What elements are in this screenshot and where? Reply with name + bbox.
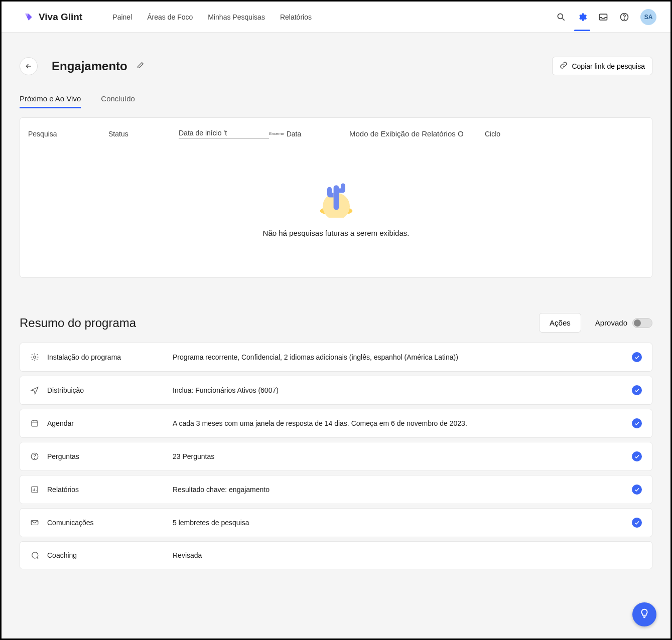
row-coaching[interactable]: Coaching Revisada — [20, 541, 652, 569]
check-icon — [632, 352, 642, 362]
empty-state-text: Não há pesquisas futuras a serem exibida… — [263, 229, 410, 237]
row-comunicacoes-label: Comunicações — [47, 519, 173, 527]
row-comunicacoes-desc: 5 lembretes de pesquisa — [173, 519, 632, 527]
surveys-card: Pesquisa Status Data de início 't Encerr… — [20, 117, 652, 278]
send-icon — [30, 386, 47, 395]
check-icon — [632, 485, 642, 495]
approved-label: Aprovado — [595, 318, 627, 327]
row-instalacao-desc: Programa recorrente, Confidencial, 2 idi… — [173, 353, 632, 361]
svg-point-0 — [558, 14, 563, 19]
survey-tabs: Próximo e Ao Vivo Concluído — [20, 90, 652, 108]
brand-logo-icon — [24, 12, 34, 22]
svg-rect-9 — [32, 421, 38, 426]
mail-icon — [30, 518, 47, 527]
row-coaching-desc: Revisada — [173, 551, 642, 559]
row-instalacao[interactable]: Instalação do programa Programa recorren… — [20, 343, 652, 372]
svg-point-8 — [34, 356, 36, 359]
help-icon[interactable] — [619, 12, 629, 22]
row-agendar-label: Agendar — [47, 419, 173, 427]
row-coaching-label: Coaching — [47, 551, 173, 559]
copy-link-label: Copiar link de pesquisa — [572, 62, 645, 70]
svg-point-14 — [34, 458, 35, 458]
col-modo[interactable]: Modo de Exibição de Relatórios O — [349, 129, 485, 138]
row-relatorios-desc: Resultado chave: engajamento — [173, 486, 632, 494]
col-status[interactable]: Status — [108, 130, 179, 138]
svg-rect-7 — [333, 185, 339, 210]
col-data-label: Data — [287, 130, 302, 138]
tab-upcoming[interactable]: Próximo e Ao Vivo — [20, 90, 81, 108]
col-ciclo[interactable]: Ciclo — [485, 130, 530, 138]
col-pesquisa[interactable]: Pesquisa — [28, 130, 108, 138]
col-data-inicio[interactable]: Data de início 't — [179, 129, 269, 138]
cactus-illustration-icon — [314, 173, 359, 220]
col-data[interactable]: Encerrar Data — [269, 130, 349, 138]
check-icon — [632, 451, 642, 461]
page-title: Engajamento — [47, 59, 127, 73]
approved-toggle[interactable] — [632, 318, 652, 328]
brand[interactable]: Viva Glint — [24, 12, 82, 23]
row-perguntas-desc: 23 Perguntas — [173, 452, 632, 460]
summary-title: Resumo do programa — [20, 316, 136, 330]
svg-line-1 — [563, 18, 565, 20]
row-agendar[interactable]: Agendar A cada 3 meses com uma janela de… — [20, 409, 652, 438]
empty-state: Não há pesquisas futuras a serem exibida… — [20, 147, 652, 277]
header-right: SA — [556, 9, 656, 25]
actions-button[interactable]: Ações — [539, 313, 581, 333]
user-avatar[interactable]: SA — [640, 9, 656, 25]
row-relatorios-label: Relatórios — [47, 486, 173, 494]
row-instalacao-label: Instalação do programa — [47, 353, 173, 361]
app-header: Viva Glint Painel Áreas de Foco Minhas P… — [2, 2, 670, 33]
tab-completed[interactable]: Concluído — [101, 90, 135, 108]
back-button[interactable] — [20, 57, 38, 75]
row-agendar-desc: A cada 3 meses com uma janela de respost… — [173, 419, 632, 427]
nav-minhas-pesquisas[interactable]: Minhas Pesquisas — [208, 13, 265, 21]
copy-link-button[interactable]: Copiar link de pesquisa — [552, 57, 652, 75]
col-data-tiny: Encerrar — [269, 131, 285, 136]
brand-name: Viva Glint — [39, 12, 82, 23]
row-comunicacoes[interactable]: Comunicações 5 lembretes de pesquisa — [20, 508, 652, 537]
check-icon — [632, 518, 642, 528]
page-body: Engajamento Copiar link de pesquisa Próx… — [2, 33, 670, 569]
check-icon — [632, 418, 642, 428]
lightbulb-icon — [639, 608, 650, 621]
help-fab-button[interactable] — [632, 602, 656, 626]
summary-header: Resumo do programa Ações Aprovado — [20, 313, 652, 333]
gear-icon — [30, 353, 47, 362]
nav-areas-de-foco[interactable]: Áreas de Foco — [147, 13, 193, 21]
check-icon — [632, 385, 642, 395]
row-perguntas-label: Perguntas — [47, 452, 173, 460]
row-distribuicao[interactable]: Distribuição Inclua: Funcionários Ativos… — [20, 376, 652, 405]
row-distribuicao-desc: Inclua: Funcionários Ativos (6007) — [173, 386, 632, 394]
row-perguntas[interactable]: Perguntas 23 Perguntas — [20, 442, 652, 471]
bar-chart-icon — [30, 485, 47, 494]
chat-icon — [30, 551, 47, 560]
calendar-icon — [30, 419, 47, 428]
edit-title-icon[interactable] — [137, 61, 145, 71]
row-distribuicao-label: Distribuição — [47, 386, 173, 394]
column-headers: Pesquisa Status Data de início 't Encerr… — [20, 118, 652, 147]
link-icon — [560, 61, 568, 71]
nav-relatorios[interactable]: Relatórios — [280, 13, 312, 21]
svg-point-4 — [624, 19, 624, 19]
title-row: Engajamento Copiar link de pesquisa — [20, 57, 652, 75]
search-icon[interactable] — [556, 12, 566, 22]
settings-gear-icon[interactable] — [577, 12, 587, 22]
inbox-icon[interactable] — [598, 12, 608, 22]
nav-painel[interactable]: Painel — [112, 13, 132, 21]
svg-rect-19 — [31, 521, 38, 525]
question-icon — [30, 452, 47, 461]
row-relatorios[interactable]: Relatórios Resultado chave: engajamento — [20, 475, 652, 504]
main-nav: Painel Áreas de Foco Minhas Pesquisas Re… — [112, 13, 312, 21]
